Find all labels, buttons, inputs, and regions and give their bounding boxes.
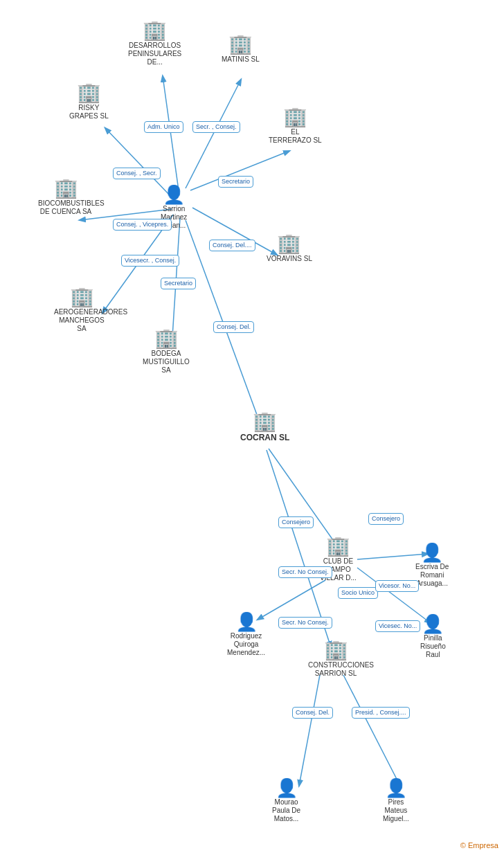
label-terrerazo: EL TERRERAZO SL xyxy=(269,128,322,145)
label-pires: Pires Mateus Miguel... xyxy=(383,798,409,823)
svg-line-0 xyxy=(163,76,179,190)
label-voravins: VORAVINS SL xyxy=(267,255,312,263)
building-icon-aerogen: 🏢 xyxy=(70,287,94,307)
label-pinilla: Pinilla Risueño Raul xyxy=(420,634,446,659)
svg-line-9 xyxy=(269,449,338,547)
building-icon-matinis: 🏢 xyxy=(228,35,253,54)
label-risky: RISKY GRAPES SL xyxy=(69,104,109,120)
node-escriva[interactable]: 👤 Escriva De Romani Arsuaga... xyxy=(415,543,449,588)
label-cocran: COCRAN SL xyxy=(240,433,289,442)
role-consejero-right[interactable]: Consejero xyxy=(368,513,404,525)
building-icon-desarrollos: 🏢 xyxy=(143,21,167,40)
person-icon-mourao: 👤 xyxy=(276,779,298,797)
role-vicesecr-no1[interactable]: Vicesor. No... xyxy=(375,580,419,592)
label-rodriguez: Rodriguez Quiroga Menendez... xyxy=(227,632,265,657)
role-secretario-top[interactable]: Secretario xyxy=(218,176,253,188)
label-matinis: MATINIS SL xyxy=(222,55,260,64)
role-consej-secr[interactable]: Consej. , Secr. xyxy=(113,168,161,179)
node-desarrollos[interactable]: 🏢 DESARROLLOS PENINSULARES DE... xyxy=(128,21,181,66)
person-icon-rodriguez: 👤 xyxy=(235,613,258,631)
building-icon-construcciones: 🏢 xyxy=(324,640,348,660)
role-secretario-mid[interactable]: Secretario xyxy=(161,278,196,289)
building-icon-risky: 🏢 xyxy=(77,83,101,102)
building-icon-cocran: 🏢 xyxy=(253,412,277,431)
label-escriva: Escriva De Romani Arsuaga... xyxy=(415,563,449,588)
person-icon-pires: 👤 xyxy=(385,779,407,797)
svg-line-11 xyxy=(258,580,325,620)
label-desarrollos: DESARROLLOS PENINSULARES DE... xyxy=(128,42,181,66)
role-vicesecr-no2[interactable]: Vicesec. No... xyxy=(375,620,420,632)
node-voravins[interactable]: 🏢 VORAVINS SL xyxy=(267,234,312,263)
svg-line-14 xyxy=(299,675,320,786)
role-adm-unico[interactable]: Adm. Unico xyxy=(144,121,183,133)
person-icon-pinilla: 👤 xyxy=(422,615,444,633)
role-secr-no-consej-bot[interactable]: Secr. No Consej. xyxy=(278,617,332,629)
building-icon-terrerazo: 🏢 xyxy=(283,107,307,127)
label-aerogen: AEROGENERADORES MANCHEGOS SA xyxy=(54,308,109,333)
building-icon-voravins: 🏢 xyxy=(277,234,301,253)
watermark: © Empresa xyxy=(460,841,498,849)
node-mourao[interactable]: 👤 Mourao Paula De Matos... xyxy=(272,779,300,823)
label-bodega: BODEGA MUSTIGUILLO SA xyxy=(138,350,194,375)
role-secr-no-consej-top[interactable]: Secr. No Consej. xyxy=(278,566,332,578)
node-el-terrerazo[interactable]: 🏢 EL TERRERAZO SL xyxy=(269,107,322,145)
label-construcciones: CONSTRUCCIONES SARRION SL xyxy=(308,661,363,678)
role-consej-del-bot[interactable]: Consej. Del. xyxy=(292,707,333,719)
role-presid-consej[interactable]: Presid. , Consej.... xyxy=(352,707,410,719)
building-icon-bio: 🏢 xyxy=(54,179,78,198)
role-consej-del-top[interactable]: Consej. Del.... xyxy=(209,240,255,251)
role-consejero-left[interactable]: Consejero xyxy=(278,516,314,528)
building-icon-club: 🏢 xyxy=(326,537,350,556)
role-consej-del-mid[interactable]: Consej. Del. xyxy=(213,321,254,333)
role-socio-unico[interactable]: Socio Unico xyxy=(338,587,378,599)
node-construcciones[interactable]: 🏢 CONSTRUCCIONES SARRION SL xyxy=(308,640,363,678)
role-secr-consej-top[interactable]: Secr. , Consej. xyxy=(192,121,240,133)
node-aerogeneradores[interactable]: 🏢 AEROGENERADORES MANCHEGOS SA xyxy=(54,287,109,333)
node-bodega[interactable]: 🏢 BODEGA MUSTIGUILLO SA xyxy=(138,329,194,375)
node-biocombustibles[interactable]: 🏢 BIOCOMBUSTIBLES DE CUENCA SA xyxy=(38,179,93,216)
svg-line-15 xyxy=(343,675,400,786)
label-bio: BIOCOMBUSTIBLES DE CUENCA SA xyxy=(38,199,93,216)
diagram-container: 🏢 DESARROLLOS PENINSULARES DE... 🏢 MATIN… xyxy=(0,0,504,855)
node-risky-grapes[interactable]: 🏢 RISKY GRAPES SL xyxy=(69,83,109,120)
role-consej-vicepres[interactable]: Consej. , Vicepres. xyxy=(113,219,172,231)
node-pinilla[interactable]: 👤 Pinilla Risueño Raul xyxy=(420,615,446,659)
building-icon-bodega: 🏢 xyxy=(154,329,179,348)
node-matinis[interactable]: 🏢 MATINIS SL xyxy=(222,35,260,64)
svg-line-1 xyxy=(186,80,241,188)
person-icon-escriva: 👤 xyxy=(421,543,443,561)
node-rodriguez[interactable]: 👤 Rodriguez Quiroga Menendez... xyxy=(227,613,265,657)
role-vicesecr-consej[interactable]: Vicesecr. , Consej. xyxy=(121,255,179,267)
label-mourao: Mourao Paula De Matos... xyxy=(272,798,300,823)
node-pires[interactable]: 👤 Pires Mateus Miguel... xyxy=(383,779,409,823)
person-icon-sarrion: 👤 xyxy=(163,186,185,204)
node-cocran[interactable]: 🏢 COCRAN SL xyxy=(240,412,289,442)
